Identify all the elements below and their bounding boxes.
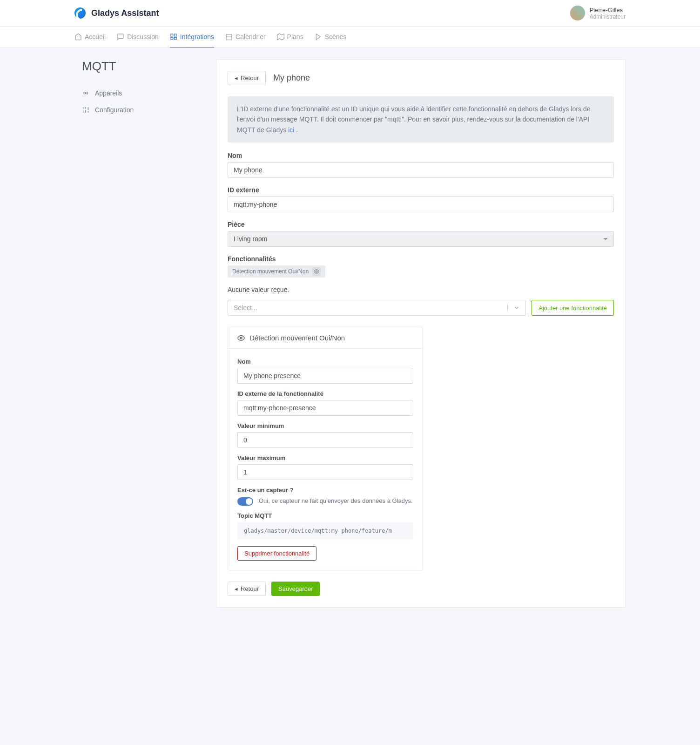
eye-icon xyxy=(237,334,245,342)
external-id-label: ID externe xyxy=(228,186,614,194)
svg-point-8 xyxy=(85,93,87,94)
svg-rect-4 xyxy=(226,34,232,40)
chevron-left-icon: ◂ xyxy=(235,74,238,81)
sensor-text: Oui, ce capteur ne fait qu'envoyer des d… xyxy=(259,496,413,506)
sidebar-title: MQTT xyxy=(74,59,205,74)
svg-rect-0 xyxy=(171,34,173,36)
nav-discussion[interactable]: Discussion xyxy=(117,27,159,47)
max-input[interactable] xyxy=(237,464,413,480)
chevron-left-icon: ◂ xyxy=(235,585,238,592)
svg-point-16 xyxy=(240,337,242,339)
room-label: Pièce xyxy=(228,221,614,228)
max-label: Valeur maximum xyxy=(237,454,413,461)
svg-rect-2 xyxy=(174,37,176,40)
calendar-icon xyxy=(225,33,233,41)
home-icon xyxy=(74,33,82,41)
nav-home[interactable]: Accueil xyxy=(74,27,106,47)
room-select[interactable]: Living room xyxy=(228,231,614,247)
sliders-icon xyxy=(82,106,89,114)
save-button[interactable]: Sauvegarder xyxy=(271,582,320,596)
feature-external-id-label: ID externe de la fonctionnalité xyxy=(237,390,413,397)
avatar xyxy=(570,6,585,20)
brand-name: Gladys Assistant xyxy=(91,8,159,18)
feature-select[interactable]: Select... xyxy=(228,300,526,316)
topic-label: Topic MQTT xyxy=(237,512,413,519)
nav-plans[interactable]: Plans xyxy=(277,27,303,47)
svg-marker-7 xyxy=(316,34,320,40)
min-input[interactable] xyxy=(237,432,413,448)
doc-link[interactable]: ici xyxy=(288,126,294,134)
sensor-toggle[interactable] xyxy=(237,497,253,506)
external-id-input[interactable] xyxy=(228,196,614,212)
chevron-down-icon xyxy=(507,305,520,311)
feature-name-input[interactable] xyxy=(237,368,413,384)
feature-card-header: Détection mouvement Oui/Non xyxy=(228,327,423,349)
svg-point-15 xyxy=(316,271,317,272)
page-title: My phone xyxy=(273,73,310,83)
play-icon xyxy=(315,33,322,41)
logo-icon xyxy=(74,7,86,19)
eye-icon xyxy=(312,267,321,276)
info-alert: L'ID externe d'une fonctionnalité est un… xyxy=(228,96,614,142)
topic-value: gladys/master/device/mqtt:my-phone/featu… xyxy=(237,522,413,540)
map-icon xyxy=(277,33,284,41)
name-input[interactable] xyxy=(228,162,614,178)
nav-scenes[interactable]: Scènes xyxy=(315,27,347,47)
min-label: Valeur minimum xyxy=(237,422,413,429)
user-role: Administrateur xyxy=(590,14,626,20)
svg-rect-3 xyxy=(171,37,173,40)
user-name: Pierre-Gilles xyxy=(590,7,626,14)
sidebar-item-config[interactable]: Configuration xyxy=(74,102,205,118)
name-label: Nom xyxy=(228,152,614,159)
nav-calendar[interactable]: Calendrier xyxy=(225,27,266,47)
sensor-label: Est-ce un capteur ? xyxy=(237,487,413,494)
svg-marker-6 xyxy=(277,34,284,40)
nav-integrations[interactable]: Intégrations xyxy=(170,27,214,47)
back-button[interactable]: ◂ Retour xyxy=(228,71,266,85)
chat-icon xyxy=(117,33,124,41)
feature-tag: Détection mouvement Oui/Non xyxy=(228,265,325,278)
radio-icon xyxy=(82,89,89,97)
sidebar-item-devices[interactable]: Appareils xyxy=(74,85,205,102)
svg-rect-1 xyxy=(174,34,176,36)
feature-external-id-input[interactable] xyxy=(237,400,413,416)
footer-back-button[interactable]: ◂ Retour xyxy=(228,582,266,596)
brand[interactable]: Gladys Assistant xyxy=(74,7,159,19)
grid-icon xyxy=(170,33,177,41)
user-menu[interactable]: Pierre-Gilles Administrateur xyxy=(570,6,626,20)
add-feature-button[interactable]: Ajouter une fonctionnalité xyxy=(532,300,614,316)
feature-name-label: Nom xyxy=(237,358,413,365)
no-value-text: Aucune valeur reçue. xyxy=(228,286,614,293)
features-label: Fonctionnalités xyxy=(228,255,614,263)
delete-feature-button[interactable]: Supprimer fonctionnalité xyxy=(237,546,316,561)
